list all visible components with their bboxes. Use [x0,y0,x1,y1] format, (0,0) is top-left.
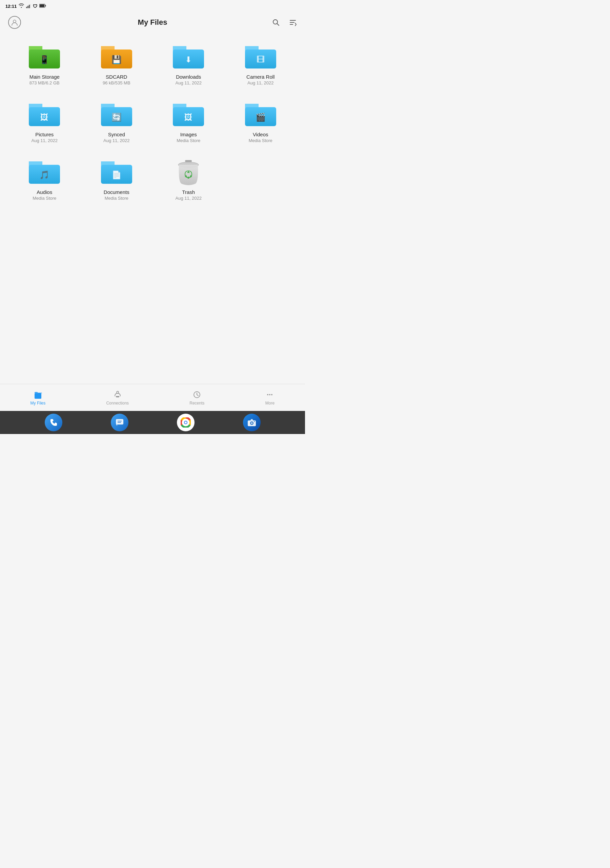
svg-point-74 [254,421,255,422]
svg-point-63 [271,394,272,395]
folder-icon-trash [175,158,202,186]
svg-point-62 [269,394,271,395]
svg-point-54 [187,177,189,179]
folder-icon-downloads: ⬇ [172,43,205,71]
header-actions [271,17,298,28]
svg-rect-56 [34,393,41,399]
file-item-audios[interactable]: 🎵 Audios Media Store [10,155,79,204]
file-item-sdcard[interactable]: 💾 SDCARD 96 kB/535 MB [82,39,151,89]
svg-text:📄: 📄 [111,170,122,180]
folder-icon-documents: 📄 [100,158,133,186]
svg-point-61 [267,394,268,395]
svg-rect-6 [40,5,44,7]
file-sub-main-storage: 873 MB/6.2 GB [29,81,60,85]
nav-my-files-label: My Files [31,401,46,406]
file-sub-audios: Media Store [33,195,56,201]
file-name-pictures: Pictures [35,132,54,137]
svg-text:⬇: ⬇ [185,55,192,64]
svg-text:🔄: 🔄 [111,112,122,122]
file-sub-documents: Media Store [105,195,129,201]
svg-rect-5 [45,5,46,6]
svg-text:🎬: 🎬 [255,112,266,122]
svg-rect-0 [26,7,27,8]
nav-my-files[interactable]: My Files [24,387,53,408]
dock-phone[interactable] [45,414,62,431]
svg-text:💾: 💾 [111,54,122,64]
files-grid: 📱 Main Storage 873 MB/6.2 GB 💾 SDCARD 96 [10,39,295,204]
top-bar: My Files [0,12,305,33]
folder-icon-camera-roll: 🎞 [244,43,277,71]
bottom-nav: My Files Connections Recents More [0,384,305,411]
battery-icon [39,4,46,9]
file-name-images: Images [180,132,197,137]
file-item-pictures[interactable]: 🖼 Pictures Aug 11, 2022 [10,97,79,146]
file-sub-sdcard: 96 kB/535 MB [103,81,130,85]
svg-text:🎵: 🎵 [39,170,50,180]
file-sub-trash: Aug 11, 2022 [175,195,202,201]
folder-icon-videos: 🎬 [244,100,277,129]
dock [0,411,305,434]
file-sub-synced: Aug 11, 2022 [103,138,130,143]
file-item-documents[interactable]: 📄 Documents Media Store [82,155,151,204]
dock-messages[interactable] [111,414,129,431]
folder-icon-audios: 🎵 [28,158,61,186]
file-name-camera-roll: Camera Roll [246,74,274,80]
file-name-videos: Videos [253,132,268,137]
nav-connections[interactable]: Connections [99,387,136,408]
svg-rect-3 [30,4,31,8]
signal-icon [26,4,31,9]
file-sub-videos: Media Store [249,138,272,143]
file-name-documents: Documents [104,189,130,195]
file-name-downloads: Downloads [176,74,201,80]
profile-button[interactable] [7,15,22,30]
file-item-synced[interactable]: 🔄 Synced Aug 11, 2022 [82,97,151,146]
svg-text:🎞: 🎞 [257,55,265,64]
file-sub-pictures: Aug 11, 2022 [31,138,57,143]
sort-button[interactable] [287,17,298,28]
folder-icon-main-storage: 📱 [28,43,61,71]
file-sub-camera-roll: Aug 11, 2022 [248,81,274,85]
svg-text:📱: 📱 [39,54,50,64]
svg-rect-64 [116,419,123,425]
profile-icon [8,16,21,29]
nav-recents[interactable]: Recents [183,387,211,408]
shield-icon: 🛡 [33,4,37,9]
nav-more[interactable]: More [258,387,281,408]
dock-camera[interactable] [243,414,261,431]
file-name-synced: Synced [108,132,125,137]
status-time: 12:11 [5,4,17,9]
page-title: My Files [138,18,167,27]
file-item-images[interactable]: 🖼 Images Media Store [154,97,223,146]
svg-line-9 [277,24,279,26]
file-name-audios: Audios [37,189,52,195]
file-name-sdcard: SDCARD [106,74,127,80]
svg-point-73 [251,422,253,424]
svg-text:🖼: 🖼 [184,113,192,122]
file-name-trash: Trash [182,189,195,195]
file-item-downloads[interactable]: ⬇ Downloads Aug 11, 2022 [154,39,223,89]
dock-chrome[interactable] [177,414,195,431]
file-item-trash[interactable]: Trash Aug 11, 2022 [154,155,223,204]
files-grid-container: 📱 Main Storage 873 MB/6.2 GB 💾 SDCARD 96 [0,33,305,211]
folder-icon-sdcard: 💾 [100,43,133,71]
file-item-videos[interactable]: 🎬 Videos Media Store [226,97,295,146]
svg-rect-2 [29,5,30,8]
file-sub-images: Media Store [176,138,200,143]
file-item-camera-roll[interactable]: 🎞 Camera Roll Aug 11, 2022 [226,39,295,89]
svg-rect-1 [28,6,28,8]
nav-recents-label: Recents [189,401,204,406]
svg-rect-55 [185,160,192,162]
status-bar: 12:11 🛡 [0,0,305,12]
search-button[interactable] [271,17,281,28]
svg-point-70 [185,422,187,423]
svg-line-60 [197,395,198,396]
svg-text:🖼: 🖼 [40,113,48,122]
svg-point-7 [13,20,16,23]
file-item-main-storage[interactable]: 📱 Main Storage 873 MB/6.2 GB [10,39,79,89]
folder-icon-pictures: 🖼 [28,100,61,129]
nav-connections-label: Connections [106,401,129,406]
file-name-main-storage: Main Storage [29,74,60,80]
nav-more-label: More [265,401,274,406]
folder-icon-synced: 🔄 [100,100,133,129]
file-sub-downloads: Aug 11, 2022 [175,81,202,85]
